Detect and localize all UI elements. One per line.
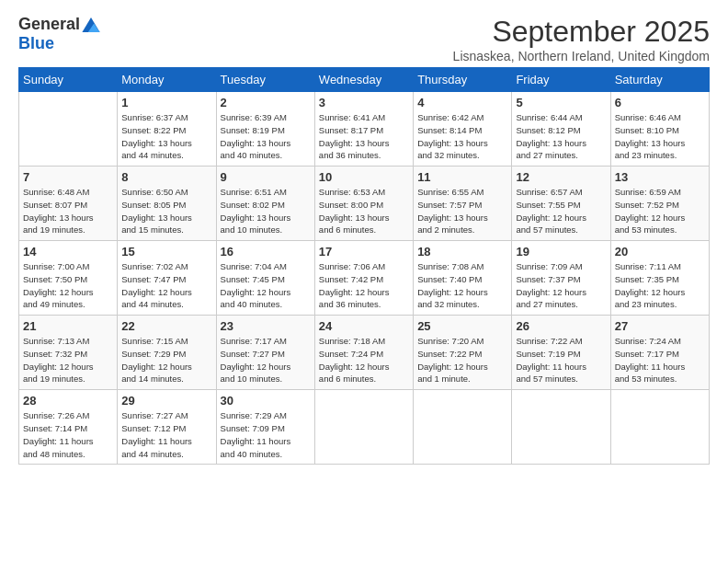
col-sunday: Sunday [19,68,118,92]
calendar-day [512,390,610,465]
calendar-week-4: 28Sunrise: 7:26 AM Sunset: 7:14 PM Dayli… [19,390,710,465]
day-info: Sunrise: 7:08 AM Sunset: 7:40 PM Dayligh… [417,260,507,311]
calendar-day: 24Sunrise: 7:18 AM Sunset: 7:24 PM Dayli… [314,316,413,390]
calendar-day: 17Sunrise: 7:06 AM Sunset: 7:42 PM Dayli… [314,241,413,316]
day-number: 28 [23,394,113,408]
day-number: 3 [319,96,409,109]
day-info: Sunrise: 7:18 AM Sunset: 7:24 PM Dayligh… [319,335,409,385]
day-info: Sunrise: 6:37 AM Sunset: 8:22 PM Dayligh… [121,111,211,162]
col-monday: Monday [118,68,216,92]
day-info: Sunrise: 6:55 AM Sunset: 7:57 PM Dayligh… [417,186,507,236]
day-info: Sunrise: 7:06 AM Sunset: 7:42 PM Dayligh… [319,260,409,311]
day-number: 30 [221,394,311,408]
day-number: 1 [121,96,211,109]
day-number: 17 [319,245,409,259]
day-number: 7 [23,170,113,184]
day-info: Sunrise: 6:46 AM Sunset: 8:10 PM Dayligh… [615,111,705,162]
day-info: Sunrise: 6:50 AM Sunset: 8:05 PM Dayligh… [121,186,211,236]
calendar-day: 27Sunrise: 7:24 AM Sunset: 7:17 PM Dayli… [610,316,709,390]
day-number: 25 [417,319,507,333]
day-number: 6 [615,96,705,109]
day-info: Sunrise: 6:44 AM Sunset: 8:12 PM Dayligh… [516,111,606,162]
calendar-day [314,390,413,465]
day-number: 19 [516,245,606,259]
location: Lisnaskea, Northern Ireland, United King… [453,49,710,63]
month-title: September 2025 [453,15,710,49]
calendar-day: 3Sunrise: 6:41 AM Sunset: 8:17 PM Daylig… [314,92,413,167]
day-info: Sunrise: 6:48 AM Sunset: 8:07 PM Dayligh… [23,186,113,236]
day-number: 18 [417,245,507,259]
title-block: September 2025 Lisnaskea, Northern Irela… [453,15,710,63]
logo-general: General [18,15,80,34]
calendar-header-row: Sunday Monday Tuesday Wednesday Thursday… [19,68,710,92]
calendar-day: 6Sunrise: 6:46 AM Sunset: 8:10 PM Daylig… [610,92,709,167]
day-number: 29 [121,394,211,408]
header: General Blue September 2025 Lisnaskea, N… [18,15,710,63]
calendar-day: 15Sunrise: 7:02 AM Sunset: 7:47 PM Dayli… [118,241,216,316]
calendar-day [19,92,118,167]
day-info: Sunrise: 7:24 AM Sunset: 7:17 PM Dayligh… [615,335,705,385]
day-info: Sunrise: 7:00 AM Sunset: 7:50 PM Dayligh… [23,260,113,311]
col-wednesday: Wednesday [314,68,413,92]
day-number: 9 [221,170,311,184]
calendar-day: 10Sunrise: 6:53 AM Sunset: 8:00 PM Dayli… [314,167,413,241]
calendar-day: 16Sunrise: 7:04 AM Sunset: 7:45 PM Dayli… [216,241,314,316]
day-info: Sunrise: 6:51 AM Sunset: 8:02 PM Dayligh… [221,186,311,236]
calendar-day: 9Sunrise: 6:51 AM Sunset: 8:02 PM Daylig… [216,167,314,241]
day-info: Sunrise: 7:13 AM Sunset: 7:32 PM Dayligh… [23,335,113,385]
logo-icon [82,17,100,32]
day-number: 2 [221,96,311,109]
day-number: 14 [23,245,113,259]
calendar-day: 25Sunrise: 7:20 AM Sunset: 7:22 PM Dayli… [414,316,512,390]
calendar-day: 23Sunrise: 7:17 AM Sunset: 7:27 PM Dayli… [216,316,314,390]
day-info: Sunrise: 7:29 AM Sunset: 7:09 PM Dayligh… [221,409,311,460]
day-number: 8 [121,170,211,184]
day-info: Sunrise: 7:15 AM Sunset: 7:29 PM Dayligh… [121,335,211,385]
day-number: 5 [516,96,606,109]
logo-blue: Blue [18,34,54,53]
calendar-week-0: 1Sunrise: 6:37 AM Sunset: 8:22 PM Daylig… [19,92,710,167]
day-info: Sunrise: 7:02 AM Sunset: 7:47 PM Dayligh… [121,260,211,311]
day-number: 21 [23,319,113,333]
calendar-day: 1Sunrise: 6:37 AM Sunset: 8:22 PM Daylig… [118,92,216,167]
day-info: Sunrise: 6:42 AM Sunset: 8:14 PM Dayligh… [417,111,507,162]
day-info: Sunrise: 7:04 AM Sunset: 7:45 PM Dayligh… [221,260,311,311]
day-number: 23 [221,319,311,333]
day-number: 11 [417,170,507,184]
calendar-table: Sunday Monday Tuesday Wednesday Thursday… [18,67,710,465]
calendar-day: 28Sunrise: 7:26 AM Sunset: 7:14 PM Dayli… [19,390,118,465]
calendar-day: 29Sunrise: 7:27 AM Sunset: 7:12 PM Dayli… [118,390,216,465]
calendar-day: 13Sunrise: 6:59 AM Sunset: 7:52 PM Dayli… [610,167,709,241]
calendar-week-3: 21Sunrise: 7:13 AM Sunset: 7:32 PM Dayli… [19,316,710,390]
col-friday: Friday [512,68,610,92]
day-number: 22 [121,319,211,333]
day-number: 4 [417,96,507,109]
day-number: 16 [221,245,311,259]
calendar-day: 22Sunrise: 7:15 AM Sunset: 7:29 PM Dayli… [118,316,216,390]
day-number: 27 [615,319,705,333]
col-tuesday: Tuesday [216,68,314,92]
day-info: Sunrise: 6:39 AM Sunset: 8:19 PM Dayligh… [221,111,311,162]
calendar-day [610,390,709,465]
col-saturday: Saturday [610,68,709,92]
day-number: 13 [615,170,705,184]
page-container: General Blue September 2025 Lisnaskea, N… [0,0,728,474]
col-thursday: Thursday [414,68,512,92]
calendar-day: 30Sunrise: 7:29 AM Sunset: 7:09 PM Dayli… [216,390,314,465]
calendar-day: 7Sunrise: 6:48 AM Sunset: 8:07 PM Daylig… [19,167,118,241]
calendar-day: 4Sunrise: 6:42 AM Sunset: 8:14 PM Daylig… [414,92,512,167]
day-info: Sunrise: 6:41 AM Sunset: 8:17 PM Dayligh… [319,111,409,162]
day-info: Sunrise: 6:53 AM Sunset: 8:00 PM Dayligh… [319,186,409,236]
day-info: Sunrise: 7:09 AM Sunset: 7:37 PM Dayligh… [516,260,606,311]
calendar-week-2: 14Sunrise: 7:00 AM Sunset: 7:50 PM Dayli… [19,241,710,316]
day-number: 20 [615,245,705,259]
calendar-day: 26Sunrise: 7:22 AM Sunset: 7:19 PM Dayli… [512,316,610,390]
calendar-day: 20Sunrise: 7:11 AM Sunset: 7:35 PM Dayli… [610,241,709,316]
day-number: 24 [319,319,409,333]
day-info: Sunrise: 7:22 AM Sunset: 7:19 PM Dayligh… [516,335,606,385]
calendar-day: 21Sunrise: 7:13 AM Sunset: 7:32 PM Dayli… [19,316,118,390]
day-info: Sunrise: 6:59 AM Sunset: 7:52 PM Dayligh… [615,186,705,236]
day-info: Sunrise: 7:17 AM Sunset: 7:27 PM Dayligh… [221,335,311,385]
day-number: 10 [319,170,409,184]
calendar-day: 19Sunrise: 7:09 AM Sunset: 7:37 PM Dayli… [512,241,610,316]
